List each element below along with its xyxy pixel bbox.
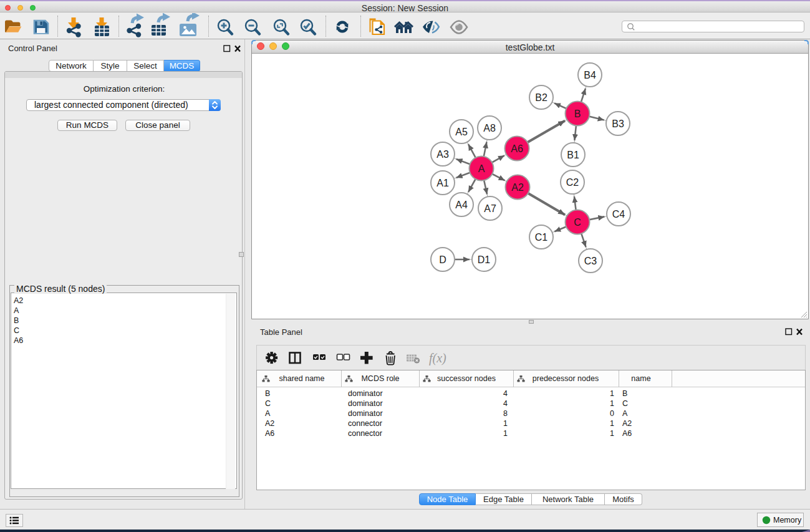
svg-text:C2: C2 (566, 177, 579, 188)
svg-text:C: C (574, 217, 581, 228)
svg-text:A5: A5 (455, 127, 468, 137)
svg-text:C4: C4 (612, 209, 625, 220)
svg-text:C3: C3 (584, 256, 597, 266)
svg-text:A4: A4 (455, 200, 468, 210)
svg-text:A: A (478, 163, 485, 174)
svg-text:B2: B2 (535, 92, 547, 103)
svg-text:C1: C1 (535, 232, 548, 243)
svg-text:A1: A1 (436, 178, 449, 188)
svg-text:B: B (574, 109, 581, 119)
svg-text:A2: A2 (511, 182, 524, 193)
svg-text:D: D (439, 254, 446, 265)
svg-text:B3: B3 (612, 118, 624, 129)
svg-text:B4: B4 (584, 70, 596, 80)
svg-text:A7: A7 (484, 203, 496, 214)
svg-text:A8: A8 (483, 123, 496, 133)
svg-text:A6: A6 (511, 143, 523, 154)
svg-text:D1: D1 (478, 254, 491, 265)
svg-text:B1: B1 (567, 150, 579, 160)
svg-text:A3: A3 (436, 149, 449, 160)
svg-text:f(x): f(x) (429, 351, 446, 365)
